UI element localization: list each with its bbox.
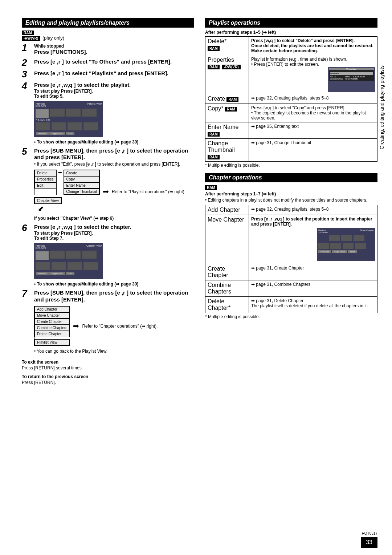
menu-chapterview: Chapter View — [34, 198, 61, 204]
submenu-diagram: Delete Properties Edit ➡ Create Copy Ent… — [34, 170, 194, 213]
step-sub2: To edit Step 7. — [34, 236, 194, 241]
step-number: 5 — [22, 147, 30, 221]
step-3: 3 Press [e ,r ] to select "Playlists" an… — [22, 69, 194, 79]
step-main: Press [e ,r ] to select "Playlists" and … — [34, 70, 194, 77]
step-main: Press [e ,r ,w,q ] to select the playlis… — [34, 82, 194, 89]
op-body: ➡ page 31, Change Thumbnail — [249, 139, 377, 162]
ram-badge: RAM — [226, 97, 238, 102]
properties-screenshot: Properties Dinosaur No. 01Chapters 012 D… — [328, 67, 375, 92]
move-chapter-screenshot: PlaylistsMove Chapter DVD-RAM PreviousPa… — [317, 228, 375, 261]
op-label: Combine Chapters — [205, 280, 249, 297]
op-label: Move Chapter — [205, 215, 249, 264]
play-only-text: (play only) — [42, 35, 64, 41]
ram-badge: RAM — [208, 155, 220, 159]
op-body: ➡ page 31, Delete Chapter The playlist i… — [249, 297, 377, 313]
chapter-view-screenshot: PlaylistsChapter View DVD-RAM PreviousPa… — [34, 243, 103, 279]
step-number: 3 — [22, 69, 30, 79]
op-body: ➡ page 32, Creating playlists, steps 5–8 — [249, 94, 377, 104]
menu-entername: Enter Name — [64, 182, 99, 189]
editing-playing-header: Editing and playing playlists/chapters — [22, 18, 194, 28]
step-4: 4 Press [e ,r ,w,q ] to select the playl… — [22, 81, 194, 145]
step-1: 1 While stopped Press [FUNCTIONS]. — [22, 43, 194, 56]
op-body: Playlist information (e.g., time and dat… — [251, 57, 375, 67]
op-body: Press [w,q ] to select "Delete" and pres… — [251, 38, 373, 53]
playlist-operations-table: Delete*RAM Press [w,q ] to select "Delet… — [205, 36, 377, 162]
op-body: ➡ page 32, Creating playlists, steps 5–8 — [249, 205, 377, 215]
menu-note: Refer to "Playlist operations" (➡ right)… — [112, 189, 185, 194]
row-copy: Copy* RAM Press [w,q ] to select "Copy" … — [205, 104, 377, 122]
playlist-view-screenshot: PlaylistsPlaylist View DVD-RAM 7. 5. SUN… — [34, 101, 103, 137]
op-label: Properties — [208, 57, 234, 63]
menu-deletechapter: Delete Chapter — [34, 331, 70, 337]
op-body: ➡ page 31, Create Chapter — [249, 264, 377, 280]
left-column: Editing and playing playlists/chapters R… — [22, 18, 194, 385]
step-2: 2 Press [e ,r ] to select "To Others" an… — [22, 58, 194, 67]
arrow-right-icon: ➡ — [73, 321, 79, 330]
row-deletechapter: Delete Chapter* ➡ page 31, Delete Chapte… — [205, 297, 377, 313]
page-number: 33 — [361, 537, 377, 548]
op-label: Create Chapter — [205, 264, 249, 280]
menu-createchapter: Create Chapter — [34, 319, 70, 325]
ram-badge: RAM — [208, 132, 220, 137]
playlist-operations-header: Playlist operations — [205, 18, 377, 28]
ram-badge: RAM — [205, 185, 217, 190]
row-changethumbnail: Change ThumbnailRAM ➡ page 31, Change Th… — [205, 139, 377, 162]
step-number: 2 — [22, 58, 30, 67]
step-5: 5 Press [SUB MENU], then press [e ,r ] t… — [22, 147, 194, 221]
row-addchapter: Add Chapter ➡ page 32, Creating playlist… — [205, 205, 377, 215]
multiple-editing-note: * Multiple editing is possible. — [205, 163, 377, 168]
after-steps-1-5: After performing steps 1–5 (➡ left) — [205, 30, 377, 35]
playlist-view-return-note: • You can go back to the Playlist View. — [34, 349, 194, 354]
chapter-operations-table: Add Chapter ➡ page 32, Creating playlist… — [205, 205, 377, 313]
menu-combinechapters: Combine Chapters — [34, 325, 70, 331]
row-delete: Delete*RAM Press [w,q ] to select "Delet… — [205, 37, 377, 55]
op-label: Delete Chapter* — [205, 297, 249, 313]
step-number: 1 — [22, 43, 30, 56]
ram-badge: RAM — [208, 46, 220, 51]
op-label: Delete* — [208, 38, 226, 44]
step-main: Press [SUB MENU], then press [e ,r ] to … — [34, 289, 194, 303]
rwvr-badge: -RW(VR) — [22, 36, 40, 41]
op-body: ➡ page 35, Entering text — [249, 122, 377, 139]
op-label: Copy* — [208, 105, 224, 112]
chapter-operations-header: Chapter operations — [205, 173, 377, 182]
step-note: • To show other pages/Multiple editing (… — [34, 139, 194, 145]
page-footer: RQT8317 33 — [356, 531, 377, 548]
step-main: Press [SUB MENU], then press [e ,r ] to … — [34, 147, 194, 161]
step-sub1: To start play Press [ENTER]. — [34, 89, 194, 94]
step-sub2: To edit Step 5. — [34, 94, 194, 99]
rwvr-badge: -RW(VR) — [222, 65, 240, 69]
step-7: 7 Press [SUB MENU], then press [e ,r ] t… — [22, 289, 194, 354]
row-movechapter: Move Chapter Press [e ,r ,w,q ] to selec… — [205, 215, 377, 264]
step-main: Press [e ,r ,w,q ] to select the chapter… — [34, 224, 194, 231]
row-createchapter: Create Chapter ➡ page 31, Create Chapter — [205, 264, 377, 280]
row-properties: PropertiesRAM -RW(VR) Playlist informati… — [205, 55, 377, 94]
page-content: Editing and playing playlists/chapters R… — [0, 0, 392, 396]
menu-movechapter: Move Chapter — [34, 312, 70, 319]
step-main: Press [e ,r ] to select "To Others" and … — [34, 58, 194, 65]
menu-edit: Edit — [34, 182, 56, 189]
step-number: 6 — [22, 223, 30, 287]
exit-heading: To exit the screen — [22, 360, 194, 365]
exit-text: Press [RETURN] several times. — [22, 365, 194, 370]
document-id: RQT8317 — [356, 531, 377, 535]
menu-changethumb: Change Thumbnail — [64, 189, 99, 195]
ram-badge: RAM — [208, 65, 220, 69]
ram-badge: RAM — [22, 31, 34, 35]
arrow-down-icon: ⬋ — [38, 204, 44, 213]
multiple-editing-note-2: * Multiple editing is possible. — [205, 314, 377, 319]
step-number: 7 — [22, 289, 30, 354]
row-create: Create RAM ➡ page 32, Creating playlists… — [205, 94, 377, 104]
op-body: Press [w,q ] to select "Copy" and press … — [249, 104, 377, 122]
menu-properties: Properties — [34, 176, 56, 182]
op-label: Change Thumbnail — [208, 140, 235, 153]
media-badges: RAM -RW(VR) (play only) — [22, 30, 194, 41]
op-body: Press [e ,r ,w,q ] to select the positio… — [251, 216, 372, 227]
step-note: • To show other pages/Multiple editing (… — [34, 281, 194, 287]
menu-note: Refer to "Chapter operations" (➡ right). — [82, 324, 158, 329]
step-main: Press [FUNCTIONS]. — [34, 49, 194, 56]
row-combinechapters: Combine Chapters ➡ page 31, Combine Chap… — [205, 280, 377, 297]
arrow-right-icon: ➡ — [103, 187, 109, 196]
step-sub1: To start play Press [ENTER]. — [34, 231, 194, 236]
menu-delete: Delete — [34, 170, 56, 176]
